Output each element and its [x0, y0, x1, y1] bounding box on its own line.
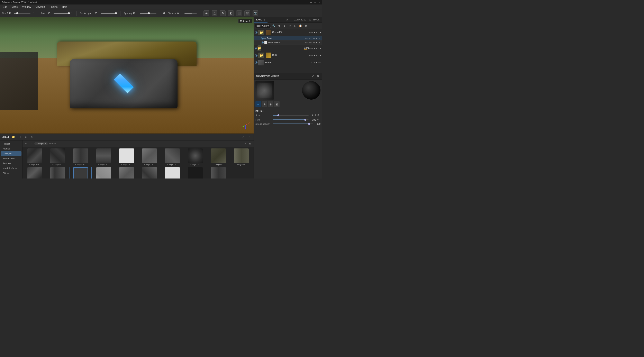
- cube-icon-btn[interactable]: ⬛: [236, 10, 242, 16]
- prop-tab-layers2[interactable]: ▣: [274, 101, 280, 107]
- 3d-viewport[interactable]: Material ▾ X Y Z: [0, 17, 254, 134]
- shelf-copy-icon-btn[interactable]: ⧉: [23, 134, 28, 140]
- prop-tab-circle[interactable]: ◉: [268, 101, 274, 107]
- material-dropdown[interactable]: Material ▾: [238, 19, 252, 23]
- base-color-dropdown[interactable]: Base Color ▾: [255, 24, 271, 28]
- layers-tool1-btn[interactable]: 🔧: [272, 24, 276, 28]
- spacing-slider[interactable]: [140, 13, 156, 14]
- circle-filter-btn[interactable]: ○: [29, 141, 34, 146]
- brush-size-thumb[interactable]: [277, 114, 279, 116]
- shelf-item-0[interactable]: Grunge Bru...: [24, 148, 46, 166]
- layer-gold[interactable]: 📁 Gold Norm ▾ 100 ▾: [254, 52, 322, 59]
- shelf-item-14[interactable]: [116, 167, 138, 178]
- shelf-cat-project[interactable]: Project: [1, 142, 22, 146]
- layer-vis-mask[interactable]: [261, 41, 264, 44]
- shelf-close-btn[interactable]: ✕: [247, 134, 252, 140]
- layer-vis-gold[interactable]: [255, 54, 258, 57]
- brush-stroke-thumb[interactable]: [308, 123, 310, 125]
- shelf-item-2[interactable]: Grunge Co...: [70, 148, 92, 166]
- brush-flow-slider[interactable]: [273, 120, 308, 120]
- shelf-item-16[interactable]: [161, 167, 184, 178]
- layer-vis-stone[interactable]: [255, 61, 258, 64]
- shelf-cat-filters[interactable]: Filters: [1, 171, 22, 176]
- close-button[interactable]: ✕: [318, 1, 320, 4]
- brush-size-slider[interactable]: [273, 115, 308, 116]
- shelf-item-17[interactable]: [184, 167, 206, 178]
- layers-tool4-btn[interactable]: ◎: [288, 24, 292, 28]
- search-input[interactable]: [49, 142, 244, 145]
- shelf-cat-procedurals[interactable]: Procedurals: [1, 156, 22, 161]
- menu-plugins[interactable]: Plugins: [48, 5, 60, 9]
- props-expand-btn[interactable]: ⤢: [311, 74, 315, 78]
- size-slider[interactable]: [14, 13, 30, 14]
- layers-delete-btn[interactable]: 🗑: [304, 24, 308, 28]
- shelf-expand-btn[interactable]: ⤢: [241, 134, 246, 140]
- plane-icon-btn[interactable]: ◧: [228, 10, 234, 16]
- grid-view-btn[interactable]: ⊞: [248, 141, 252, 146]
- layers-tool3-btn[interactable]: ⤓: [282, 24, 287, 28]
- mountain-icon-btn[interactable]: ⛰: [204, 10, 209, 16]
- menu-mode[interactable]: Mode: [10, 5, 20, 9]
- layers-tool5-btn[interactable]: ⊞: [293, 24, 297, 28]
- filter-icon-btn[interactable]: ▼: [24, 141, 28, 146]
- layer-paint[interactable]: ✏ Paint Norm ▾ 100 ▾ ✕: [254, 36, 322, 40]
- shelf-item-9[interactable]: Grunge Dirt...: [230, 148, 252, 166]
- shelf-item-3[interactable]: Grunge Co...: [93, 148, 115, 166]
- menu-viewport[interactable]: Viewport: [33, 5, 47, 9]
- shelf-item-7[interactable]: Grunge Da...: [184, 148, 206, 166]
- brush-stroke-slider[interactable]: [273, 124, 313, 124]
- menu-help[interactable]: Help: [60, 5, 69, 9]
- maximize-button[interactable]: □: [314, 1, 316, 4]
- shelf-item-18[interactable]: [207, 167, 230, 178]
- brush-flow-thumb[interactable]: [304, 119, 306, 121]
- shelf-item-13[interactable]: [93, 167, 115, 178]
- flow-slider[interactable]: [54, 13, 70, 14]
- layer-vis-paint[interactable]: [261, 37, 264, 40]
- layers-close-btn[interactable]: ✕: [284, 18, 290, 22]
- camera-icon-btn[interactable]: 🎬: [244, 10, 250, 16]
- shelf-cat-hard-surfaces[interactable]: Hard Surfaces: [1, 166, 22, 170]
- rotate-icon-btn[interactable]: ↻: [220, 10, 226, 16]
- mountain2-icon-btn[interactable]: △: [212, 10, 218, 16]
- props-close-btn[interactable]: ✕: [316, 74, 320, 78]
- layer-grounddirt[interactable]: 📁 GroundDirt Norm ▾ 100 ▾: [254, 29, 322, 36]
- shelf-hide-icon-btn[interactable]: ⊘: [29, 134, 34, 140]
- paint-close-btn[interactable]: ✕: [318, 37, 321, 40]
- shelf-item-4[interactable]: Grunge Co...: [116, 148, 138, 166]
- shelf-item-6[interactable]: Grunge Co...: [161, 148, 184, 166]
- layer-mask-editor[interactable]: ⬜ Mask Editor Norm ▾ 100 ▾ ✕: [254, 40, 322, 45]
- layer-vis-grounddirt[interactable]: [255, 31, 258, 34]
- shelf-item-15[interactable]: [138, 167, 160, 178]
- mask-close-btn[interactable]: ✕: [318, 41, 321, 44]
- photo-icon-btn[interactable]: 📷: [252, 10, 258, 16]
- shelf-item-5[interactable]: Grunge Co...: [138, 148, 160, 166]
- stroke-opacity-slider[interactable]: [100, 13, 117, 14]
- layer-vis-gem[interactable]: [255, 47, 257, 50]
- tag-close-btn[interactable]: ✕: [44, 142, 46, 145]
- layer-gem[interactable]: 📁 Gem Norm ▾ 100 ▾: [254, 45, 322, 52]
- layer-stone[interactable]: Stone Norm ▾ 100: [254, 59, 322, 66]
- layers-tool6-btn[interactable]: 📋: [298, 24, 303, 28]
- shelf-import-icon-btn[interactable]: →: [36, 134, 40, 140]
- tab-texture-set-settings[interactable]: TEXTURE SET SETTINGS: [290, 17, 322, 22]
- search-clear-btn[interactable]: ✕: [244, 142, 247, 145]
- shelf-item-8[interactable]: Grunge Dirt: [207, 148, 230, 166]
- shelf-cat-alphas[interactable]: Alphas: [1, 146, 22, 151]
- shelf-cat-grunges[interactable]: Grunges: [1, 151, 22, 156]
- distance-slider[interactable]: [184, 13, 197, 14]
- brush-texture-preview[interactable]: [256, 81, 274, 100]
- menu-window[interactable]: Window: [20, 5, 33, 9]
- tab-layers[interactable]: LAYERS: [254, 17, 268, 22]
- shelf-cat-textures[interactable]: Textures: [1, 161, 22, 166]
- shelf-new-icon-btn[interactable]: ☐: [17, 134, 22, 140]
- shelf-folder-icon-btn[interactable]: 📁: [11, 134, 16, 140]
- prop-tab-paint[interactable]: ✏: [256, 101, 261, 107]
- menu-edit[interactable]: Edit: [1, 5, 9, 9]
- prop-tab-pattern[interactable]: ⊕: [262, 101, 267, 107]
- shelf-item-10[interactable]: [24, 167, 46, 178]
- shelf-item-11[interactable]: [47, 167, 69, 178]
- minimize-button[interactable]: —: [310, 1, 312, 4]
- layers-tool2-btn[interactable]: ↺: [277, 24, 282, 28]
- shelf-item-1[interactable]: Grunge Ch...: [47, 148, 69, 166]
- brush-flow-reset-icon[interactable]: ↺: [317, 118, 320, 122]
